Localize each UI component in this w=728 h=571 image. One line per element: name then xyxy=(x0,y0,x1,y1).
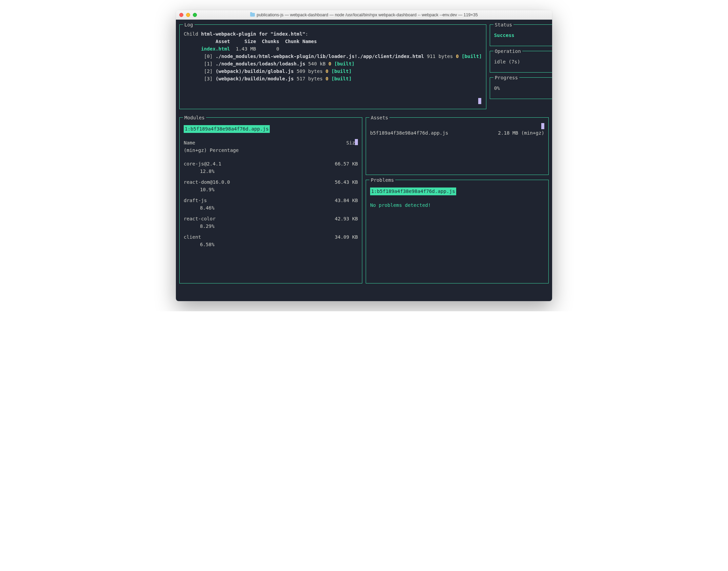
zoom-icon[interactable] xyxy=(193,13,197,17)
modules-chip[interactable]: 1:b5f189a4f38e98a4f76d.app.js xyxy=(184,125,270,133)
log-panel-title: Log xyxy=(183,21,195,28)
problems-chip[interactable]: 1:b5f189a4f38e98a4f76d.app.js xyxy=(370,188,456,195)
problems-panel: Problems 1:b5f189a4f38e98a4f76d.app.js N… xyxy=(366,180,549,283)
status-value: Success xyxy=(494,33,514,38)
window-title: publications-js — webpack-dashboard — no… xyxy=(176,13,552,17)
list-item: react-color 42.93 KB xyxy=(184,215,358,222)
progress-panel-title: Progress xyxy=(493,74,519,81)
terminal-body: Log Child html-webpack-plugin for "index… xyxy=(176,20,552,301)
assets-panel-title: Assets xyxy=(369,114,389,121)
cursor-icon xyxy=(478,98,481,104)
titlebar[interactable]: publications-js — webpack-dashboard — no… xyxy=(176,10,552,20)
modules-col-sub: (min+gz) Percentage xyxy=(184,146,358,154)
cursor-icon xyxy=(355,139,358,145)
progress-value: 0% xyxy=(494,85,500,91)
problems-panel-title: Problems xyxy=(369,176,395,184)
list-item: draft-js 43.84 KB xyxy=(184,197,358,204)
window-title-text: publications-js — webpack-dashboard — no… xyxy=(257,13,478,17)
assets-list[interactable]: b5f189a4f38e98a4f76d.app.js 2.18 MB (min… xyxy=(370,123,544,137)
asset-size: 2.18 MB (min+gz) xyxy=(498,129,544,137)
operation-value: idle (7s) xyxy=(494,59,520,64)
close-icon[interactable] xyxy=(179,13,183,17)
status-panel-title: Status xyxy=(493,21,513,28)
terminal-window: publications-js — webpack-dashboard — no… xyxy=(176,10,552,301)
list-item: core-js@2.4.1 66.57 KB xyxy=(184,160,358,168)
operation-panel: Operation idle (7s) xyxy=(490,51,552,73)
assets-panel: Assets b5f189a4f38e98a4f76d.app.js 2.18 … xyxy=(366,117,549,175)
minimize-icon[interactable] xyxy=(186,13,190,17)
log-panel: Log Child html-webpack-plugin for "index… xyxy=(179,24,486,109)
operation-panel-title: Operation xyxy=(493,47,522,55)
list-item: react-dom@16.0.0 56.43 KB xyxy=(184,178,358,186)
modules-col-name: Name xyxy=(184,139,195,146)
list-item: client 34.09 KB xyxy=(184,233,358,241)
log-output[interactable]: Child html-webpack-plugin for "index.htm… xyxy=(184,30,482,82)
traffic-lights xyxy=(179,13,197,17)
modules-panel: Modules 1:b5f189a4f38e98a4f76d.app.js Na… xyxy=(179,117,362,283)
modules-list[interactable]: core-js@2.4.1 66.57 KB 12.8% react-dom@1… xyxy=(184,160,358,248)
problems-message: No problems detected! xyxy=(370,201,544,209)
cursor-icon xyxy=(541,123,544,129)
asset-name: b5f189a4f38e98a4f76d.app.js xyxy=(370,129,448,137)
progress-panel: Progress 0% xyxy=(490,77,552,99)
folder-icon xyxy=(250,13,255,17)
status-panel: Status Success xyxy=(490,24,552,46)
modules-panel-title: Modules xyxy=(183,114,206,121)
